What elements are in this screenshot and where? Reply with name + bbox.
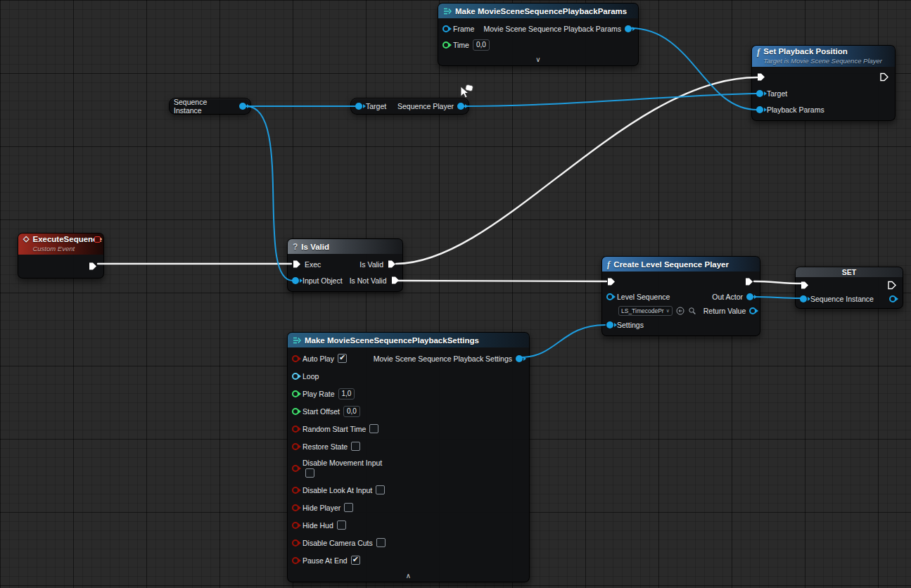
time-value-input[interactable]: 0,0 xyxy=(473,39,490,51)
exec-in-pin[interactable] xyxy=(800,281,809,290)
node-header[interactable]: ◇ ExecuteSequence Custom Event xyxy=(18,234,103,255)
settings-pin[interactable] xyxy=(606,321,613,328)
sequence-instance-output-pin[interactable] xyxy=(889,295,896,302)
target-pin[interactable] xyxy=(355,103,362,110)
pin-label: Frame xyxy=(453,25,474,33)
exec-row xyxy=(18,257,103,275)
exec-in-pin[interactable] xyxy=(756,72,765,82)
node-title: Create Level Sequence Player xyxy=(613,260,729,269)
random-start-time-checkbox[interactable] xyxy=(369,424,378,433)
node-header[interactable]: Make MovieSceneSequencePlaybackSettings xyxy=(288,333,529,347)
level-sequence-pin[interactable] xyxy=(606,293,613,300)
pin-row-play-rate: Play Rate 1,0 xyxy=(288,385,529,402)
node-is-valid-macro[interactable]: ? Is Valid Exec Is Valid Input Object Is… xyxy=(287,238,403,292)
pin-label: Start Offset xyxy=(302,407,340,416)
target-pin[interactable] xyxy=(756,90,763,97)
restore-state-checkbox[interactable] xyxy=(351,442,360,451)
disable-look-at-input-checkbox[interactable] xyxy=(376,485,385,494)
restore-state-pin[interactable] xyxy=(292,443,299,450)
node-make-movie-scene-sequence-playback-params[interactable]: Make MovieSceneSequencePlaybackParams Fr… xyxy=(438,3,639,66)
expand-node-chevron-icon[interactable]: ∨ xyxy=(438,56,638,65)
auto-play-checkbox[interactable] xyxy=(338,354,347,363)
browse-asset-icon[interactable] xyxy=(688,307,696,315)
node-header[interactable]: Make MovieSceneSequencePlaybackParams xyxy=(438,4,638,18)
node-execute-sequence-event[interactable]: ◇ ExecuteSequence Custom Event xyxy=(18,233,104,279)
play-rate-pin[interactable] xyxy=(292,390,299,397)
wire-exec-create-to-set xyxy=(754,281,801,283)
frame-pin[interactable] xyxy=(442,25,450,32)
loop-pin[interactable] xyxy=(292,373,299,380)
asset-picker-row: LS_TimecodePr ∨ Return Value xyxy=(602,305,760,317)
wire-obj-params-to-playbackparams xyxy=(630,28,757,110)
pause-at-end-checkbox[interactable] xyxy=(351,556,360,565)
playback-settings-output-pin[interactable] xyxy=(516,355,523,362)
is-not-valid-exec-out-pin[interactable] xyxy=(390,276,400,285)
level-sequence-asset-dropdown[interactable]: LS_TimecodePr ∨ xyxy=(618,306,673,316)
node-title: ExecuteSequence xyxy=(32,235,101,244)
disable-movement-input-checkbox[interactable] xyxy=(305,468,314,478)
return-value-output-pin[interactable] xyxy=(749,307,756,314)
chevron-down-icon: ∨ xyxy=(666,308,670,314)
pin-label: Playback Params xyxy=(767,106,824,114)
node-header[interactable]: SET xyxy=(796,267,903,277)
node-make-movie-scene-sequence-playback-settings[interactable]: Make MovieSceneSequencePlaybackSettings … xyxy=(287,332,530,582)
disable-camera-cuts-checkbox[interactable] xyxy=(376,538,386,547)
node-header[interactable]: ? Is Valid xyxy=(288,239,402,254)
playback-params-output-pin[interactable] xyxy=(625,25,632,32)
hide-hud-checkbox[interactable] xyxy=(337,520,346,530)
collapse-node-chevron-icon[interactable]: ∧ xyxy=(288,572,529,582)
exec-in-pin[interactable] xyxy=(292,260,301,269)
node-header[interactable]: f Set Playback Position Target is Movie … xyxy=(752,46,895,67)
pin-row: Sequence Instance xyxy=(796,291,903,307)
start-offset-pin[interactable] xyxy=(292,408,299,415)
playback-params-pin[interactable] xyxy=(756,106,763,113)
delegate-pin[interactable] xyxy=(94,236,101,243)
time-pin[interactable] xyxy=(442,41,450,49)
input-object-pin[interactable] xyxy=(292,277,299,284)
out-actor-output-pin[interactable] xyxy=(746,293,753,300)
pause-at-end-pin[interactable] xyxy=(292,557,299,564)
disable-movement-input-pin[interactable] xyxy=(292,465,299,472)
hide-player-pin[interactable] xyxy=(292,504,299,511)
exec-in-pin[interactable] xyxy=(606,277,616,286)
node-set-playback-position[interactable]: f Set Playback Position Target is Movie … xyxy=(751,45,896,121)
mouse-cursor xyxy=(457,83,476,101)
blueprint-graph-canvas[interactable]: Make MovieSceneSequencePlaybackParams Fr… xyxy=(0,0,911,588)
pin-label: Return Value xyxy=(703,307,746,315)
is-valid-exec-out-pin[interactable] xyxy=(387,260,396,269)
function-icon: f xyxy=(607,260,610,269)
node-header[interactable]: f Create Level Sequence Player xyxy=(602,257,760,271)
exec-out-pin[interactable] xyxy=(88,262,97,271)
pin-row: Exec Is Valid xyxy=(288,256,402,272)
pin-row-start-offset: Start Offset 0,0 xyxy=(288,402,529,420)
pin-label: Sequence Instance xyxy=(810,295,874,303)
node-get-sequence-player[interactable]: Target Sequence Player xyxy=(350,98,469,115)
event-icon: ◇ xyxy=(23,235,29,243)
sequence-player-output-pin[interactable] xyxy=(457,103,464,110)
pin-row-random-start-time: Random Start Time xyxy=(288,420,529,437)
sequence-instance-input-pin[interactable] xyxy=(800,295,807,302)
pin-label: Out Actor xyxy=(712,293,743,301)
exec-out-pin[interactable] xyxy=(744,277,753,286)
exec-out-pin[interactable] xyxy=(879,72,888,82)
disable-look-at-input-pin[interactable] xyxy=(292,487,299,494)
pin-row-loop: Loop xyxy=(288,367,529,385)
random-start-time-pin[interactable] xyxy=(292,426,299,433)
auto-play-pin[interactable] xyxy=(292,355,299,362)
node-get-sequence-instance[interactable]: Sequence Instance xyxy=(169,98,251,115)
pin-label: Movie Scene Sequence Playback Params xyxy=(483,25,621,33)
start-offset-input[interactable]: 0,0 xyxy=(343,406,360,417)
node-set-sequence-instance[interactable]: SET Sequence Instance xyxy=(795,267,903,309)
play-rate-input[interactable]: 1,0 xyxy=(338,388,355,400)
pin-label: Disable Movement Input xyxy=(302,459,382,467)
node-create-level-sequence-player[interactable]: f Create Level Sequence Player Level Seq… xyxy=(601,256,760,336)
pin-label: Exec xyxy=(305,260,321,269)
use-selected-asset-icon[interactable] xyxy=(676,307,684,315)
pin-row: Time 0,0 xyxy=(438,37,638,53)
hide-player-checkbox[interactable] xyxy=(344,503,353,512)
sequence-instance-output-pin[interactable] xyxy=(239,103,246,110)
disable-camera-cuts-pin[interactable] xyxy=(292,539,299,547)
pin-label: Loop xyxy=(302,372,319,381)
hide-hud-pin[interactable] xyxy=(292,522,299,529)
exec-out-pin[interactable] xyxy=(887,281,896,290)
